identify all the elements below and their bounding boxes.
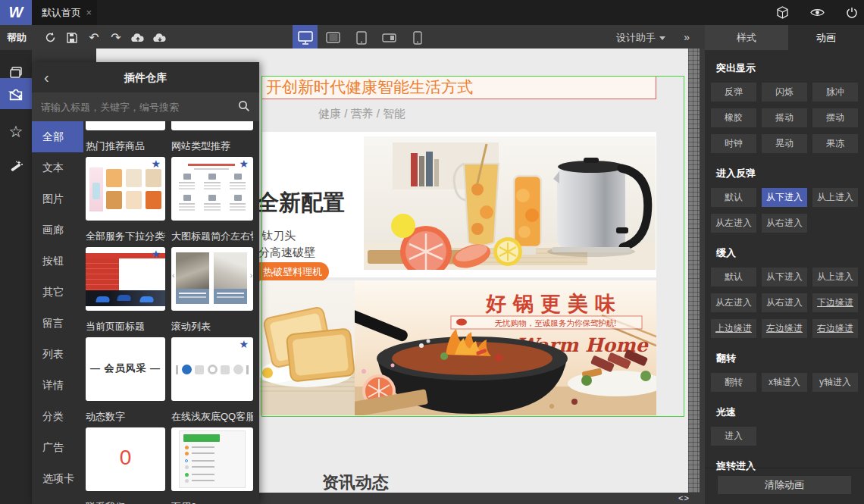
device-tablet-landscape-button[interactable] [321, 25, 346, 50]
top-bar: W 默认首页 × [0, 0, 864, 25]
animation-button[interactable]: 闪烁 [762, 83, 807, 102]
animation-button[interactable]: 翻转 [711, 373, 756, 392]
device-desktop-button[interactable] [293, 25, 318, 50]
animation-button[interactable]: 橡胶 [711, 108, 756, 127]
animation-button[interactable]: 从下进入 [762, 268, 807, 286]
plugin-search-input[interactable] [32, 92, 259, 121]
plugin-card-qq-service[interactable] [171, 427, 253, 491]
tab-style[interactable]: 样式 [705, 25, 788, 50]
power-icon[interactable] [846, 7, 858, 19]
device-tablet-portrait-button[interactable] [349, 25, 374, 50]
plugin-card-dynamic-number[interactable]: 0 [86, 427, 165, 491]
clear-animation-button[interactable]: 清除动画 [718, 476, 851, 494]
category-item[interactable]: 选项卡 [32, 463, 83, 494]
refresh-icon[interactable] [43, 31, 57, 45]
animation-button[interactable]: 从左进入 [711, 214, 756, 233]
favorite-star-icon[interactable]: ★ [151, 158, 161, 169]
plugin-card-hot-products[interactable]: ★ [86, 157, 165, 221]
page-tab[interactable]: 默认首页 × [32, 0, 97, 25]
plugin-card-dropdown-menu[interactable]: ★ [86, 247, 165, 311]
animation-button[interactable]: 摇动 [762, 108, 807, 127]
animation-button[interactable]: 脉冲 [812, 83, 858, 102]
close-icon[interactable]: × [86, 0, 92, 25]
animation-button[interactable]: 右边缘进 [812, 319, 858, 338]
plugin-card-image-slider[interactable]: ‹ › [171, 247, 253, 311]
favorite-star-icon[interactable]: ★ [151, 249, 161, 259]
animation-button[interactable]: 从下进入 [762, 188, 807, 207]
favorites-star-icon[interactable]: ☆ [0, 117, 32, 147]
animation-button[interactable]: 从右进入 [762, 214, 807, 233]
animation-button[interactable]: 摆动 [812, 108, 858, 127]
app-logo[interactable]: W [0, 0, 32, 25]
wok-title-text: 好锅更美味 [485, 293, 622, 315]
plugin-card[interactable] [171, 121, 253, 130]
undo-icon[interactable]: ↶ [87, 31, 101, 45]
plugin-card-scroll-list[interactable]: ★ [171, 337, 253, 401]
canvas-scrollbar[interactable] [688, 49, 700, 493]
category-item[interactable]: 分类 [32, 401, 83, 432]
category-item[interactable]: 列表 [32, 339, 83, 370]
plugin-label: 在线浅灰底QQ客服 [171, 410, 253, 424]
animation-button[interactable]: 下边缘进 [812, 293, 858, 312]
cloud-download-icon[interactable] [153, 31, 167, 45]
plugin-card-site-types[interactable]: ★ [171, 157, 253, 221]
hero-subtitle-text[interactable]: 健康 / 营养 / 智能 [318, 107, 405, 121]
redo-icon[interactable]: ↷ [109, 31, 123, 45]
canvas-gap [700, 49, 705, 493]
code-view-icon[interactable]: < > [678, 493, 688, 504]
publish-cube-icon[interactable] [776, 6, 789, 19]
toast-photo[interactable] [260, 280, 355, 415]
category-item[interactable]: 全部 [32, 121, 83, 152]
animation-button[interactable]: 从右进入 [762, 293, 807, 312]
category-item[interactable]: 其它 [32, 277, 83, 308]
animation-button[interactable]: 从上进入 [812, 188, 858, 207]
animation-button[interactable]: 从上进入 [812, 268, 858, 286]
cloud-upload-icon[interactable] [131, 31, 145, 45]
tab-animation[interactable]: 动画 [788, 25, 864, 50]
animation-button[interactable]: x轴进入 [762, 373, 807, 392]
category-item[interactable]: 图片 [32, 183, 83, 214]
help-button[interactable]: 帮助 [7, 25, 27, 50]
wok-banner-photo[interactable]: 好锅更美味 无忧购物，至诚服务为你保驾护航! Warm Home [355, 280, 656, 415]
favorite-star-icon[interactable]: ★ [239, 158, 249, 169]
animation-button[interactable]: y轴进入 [812, 373, 858, 392]
category-item[interactable]: 按钮 [32, 246, 83, 277]
animation-button[interactable]: 从左进入 [711, 293, 756, 312]
page-tab-label: 默认首页 [42, 7, 81, 18]
back-icon[interactable]: ‹ [44, 69, 49, 86]
kettle-banner-section[interactable]: 全新配置 钛刀头 分高速破壁 热破壁料理机 [261, 132, 656, 277]
expand-panel-button[interactable]: » [684, 25, 690, 50]
plugin-card-page-title[interactable]: — 会员风采 — [86, 337, 165, 401]
animation-button[interactable]: 反弹 [711, 83, 756, 102]
hero-title-element[interactable]: 开创新时代健康智能生活方式 [261, 76, 656, 99]
kettle-photo[interactable] [364, 136, 656, 270]
plugin-label: 滚动列表 [171, 320, 253, 333]
animation-button[interactable]: 晃动 [762, 134, 807, 153]
favorite-star-icon[interactable]: ★ [239, 339, 249, 349]
category-item[interactable]: 广告 [32, 432, 83, 463]
plugin-card[interactable] [86, 121, 165, 130]
animation-button[interactable]: 上边缘进 [711, 319, 756, 338]
animation-button[interactable]: 默认 [711, 268, 756, 286]
news-section-title[interactable]: 资讯动态 [322, 471, 389, 493]
plugins-puzzle-icon[interactable] [0, 78, 32, 109]
preview-eye-icon[interactable] [810, 8, 825, 17]
device-phone-portrait-button[interactable] [405, 25, 430, 50]
category-item[interactable]: 文本 [32, 152, 83, 183]
search-icon[interactable] [238, 100, 250, 112]
chevron-down-icon [659, 36, 665, 40]
animation-button[interactable]: 左边缘进 [762, 319, 807, 338]
magic-wand-icon[interactable] [0, 152, 32, 182]
category-item[interactable]: 详情 [32, 370, 83, 401]
device-phone-landscape-button[interactable] [377, 25, 402, 50]
animation-button[interactable]: 时钟 [711, 134, 756, 153]
animation-button[interactable]: 果冻 [812, 134, 858, 153]
design-assistant-button[interactable]: 设计助手 [616, 25, 665, 50]
category-item[interactable]: 画廊 [32, 214, 83, 246]
category-item[interactable]: 导航 [32, 494, 83, 504]
category-item[interactable]: 留言 [32, 308, 83, 339]
save-icon[interactable] [65, 31, 79, 45]
arrow-right-icon: › [250, 271, 252, 280]
animation-button[interactable]: 默认 [711, 188, 756, 207]
animation-button[interactable]: 进入 [711, 427, 756, 446]
